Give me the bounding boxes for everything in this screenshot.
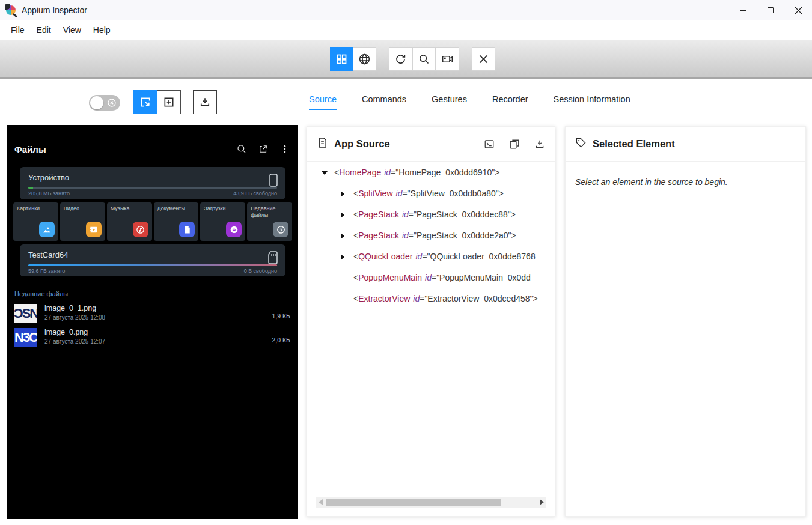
quit-session-button[interactable] <box>472 47 495 71</box>
storage-used-label: 285,8 МБ занято <box>28 190 70 196</box>
horizontal-scrollbar[interactable] <box>316 497 546 508</box>
tree-row-splitview[interactable]: <SplitViewid="SplitView_0x0ddb0a80"> <box>307 183 555 204</box>
scroll-right-arrow[interactable] <box>537 497 546 508</box>
phone-icon <box>269 173 278 187</box>
menu-view[interactable]: View <box>57 23 87 37</box>
menu-file[interactable]: File <box>5 23 31 37</box>
file-date: 27 августа 2025 12:08 <box>44 314 105 321</box>
select-elements-mode-button[interactable] <box>133 90 157 114</box>
file-text-icon <box>317 137 328 151</box>
tree-row-extractorview[interactable]: <ExtractorViewid="ExtractorView_0x0dced4… <box>307 288 555 309</box>
menubar: File Edit View Help <box>0 20 812 40</box>
file-row: ƆSN image_0_1.png 27 августа 2025 12:08 … <box>14 303 290 324</box>
tab-commands[interactable]: Commands <box>362 94 406 110</box>
file-size: 2,0 КБ <box>272 336 290 344</box>
file-name: image_0_1.png <box>44 304 96 312</box>
toggle-off-icon <box>108 99 116 107</box>
screenshot-interaction-toggle[interactable] <box>89 95 120 111</box>
storage-free-label: 0 Б свободно <box>244 268 277 274</box>
music-icon <box>133 222 148 237</box>
tile-label: Видео <box>64 205 102 212</box>
download-screenshot-button[interactable] <box>193 90 217 114</box>
tile-label: Картинки <box>17 205 55 212</box>
tree-row-qquickloader[interactable]: <QQuickLoaderid="QQuickLoader_0x0dde8768 <box>307 246 555 267</box>
source-tree: <HomePageid="HomePage_0x0ddd6910"> <Spli… <box>307 162 555 492</box>
recent-icon <box>273 222 288 237</box>
plus-square-icon <box>163 96 175 108</box>
tag-icon <box>575 137 587 151</box>
scrollbar-thumb[interactable] <box>326 499 501 506</box>
file-size: 1,9 КБ <box>272 312 290 320</box>
tile-downloads: Загрузки <box>200 202 245 241</box>
copy-icon[interactable] <box>509 139 520 150</box>
maximize-button[interactable] <box>757 0 784 20</box>
download-source-icon[interactable] <box>534 139 545 150</box>
swipe-tap-mode-button[interactable] <box>157 90 181 114</box>
menu-edit[interactable]: Edit <box>31 23 57 37</box>
search-icon <box>418 53 430 65</box>
web-view-button[interactable] <box>353 47 376 71</box>
tab-recorder[interactable]: Recorder <box>492 94 528 110</box>
titlebar: Appium Inspector <box>0 0 812 20</box>
device-more-menu-icon <box>279 144 290 154</box>
selected-element-title: Selected Element <box>593 138 675 150</box>
expand-caret-icon[interactable] <box>341 233 348 239</box>
video-camera-icon <box>441 53 454 65</box>
storage-used-label: 59,6 ГБ занято <box>28 268 65 274</box>
window-controls <box>729 0 812 20</box>
tile-label: Недавние файлы <box>251 205 288 219</box>
tile-label: Загрузки <box>204 205 242 212</box>
close-icon <box>795 7 802 14</box>
grid-overlay-button[interactable] <box>330 47 353 71</box>
collapse-caret-icon[interactable] <box>322 171 329 175</box>
app-source-panel: App Source <HomePageid="HomePag <box>307 126 555 517</box>
maximize-icon <box>768 7 774 13</box>
device-search-icon <box>236 144 247 154</box>
downloads-icon <box>226 222 242 237</box>
device-open-in-new-icon <box>258 144 269 154</box>
file-name: image_0.png <box>44 328 88 336</box>
minimize-button[interactable] <box>729 0 757 20</box>
tab-session-information[interactable]: Session Information <box>554 94 630 110</box>
tile-documents: Документы <box>154 202 199 241</box>
tile-label: Музыка <box>111 205 148 212</box>
category-tiles: Картинки Видео Музыка Документы <box>13 202 292 241</box>
tile-pictures: Картинки <box>13 202 58 241</box>
storage-used-segment <box>28 187 33 189</box>
download-icon <box>199 96 211 108</box>
expand-caret-icon[interactable] <box>341 212 348 218</box>
appium-inspector-logo-icon <box>6 5 16 15</box>
tree-row-pagestack-2[interactable]: <PageStackid="PageStack_0x0ddde2a0"> <box>307 225 555 246</box>
tab-source[interactable]: Source <box>309 94 337 110</box>
tree-row-pagestack-1[interactable]: <PageStackid="PageStack_0x0dddec88"> <box>307 204 555 225</box>
refresh-source-button[interactable] <box>389 47 412 71</box>
grid-icon <box>335 53 348 65</box>
storage-card-title: TestCard64 <box>28 250 277 259</box>
scroll-left-arrow[interactable] <box>316 497 325 508</box>
close-button[interactable] <box>784 0 812 20</box>
file-row: N3C image_0.png 27 августа 2025 12:07 2,… <box>14 327 290 348</box>
documents-icon <box>179 222 195 237</box>
menu-help[interactable]: Help <box>87 23 117 37</box>
tab-gestures[interactable]: Gestures <box>432 94 467 110</box>
selected-element-header: Selected Element <box>566 127 805 162</box>
select-element-icon <box>139 96 151 108</box>
expand-caret-icon[interactable] <box>341 254 348 260</box>
app-window: Appium Inspector File Edit View Help <box>0 0 812 525</box>
device-screenshot[interactable]: Файлы Устройство <box>7 125 298 519</box>
tree-row-popupmenumain[interactable]: <PopupMenuMainid="PopupMenuMain_0x0dd <box>307 267 555 288</box>
sd-card-icon <box>267 250 278 265</box>
tile-video: Видео <box>60 202 105 241</box>
search-elements-button[interactable] <box>412 47 436 71</box>
globe-icon <box>358 53 371 65</box>
storage-card-title: Устройство <box>28 173 277 182</box>
xpath-console-icon[interactable] <box>484 139 495 150</box>
tree-row-homepage[interactable]: <HomePageid="HomePage_0x0ddd6910"> <box>307 162 555 183</box>
tile-label: Документы <box>157 205 195 212</box>
pictures-icon <box>39 222 55 237</box>
expand-caret-icon[interactable] <box>341 191 348 197</box>
file-date: 27 августа 2025 12:07 <box>44 338 105 345</box>
start-recording-button[interactable] <box>436 47 459 71</box>
file-thumbnail: ƆSN <box>14 304 37 323</box>
toggle-knob <box>90 96 103 109</box>
